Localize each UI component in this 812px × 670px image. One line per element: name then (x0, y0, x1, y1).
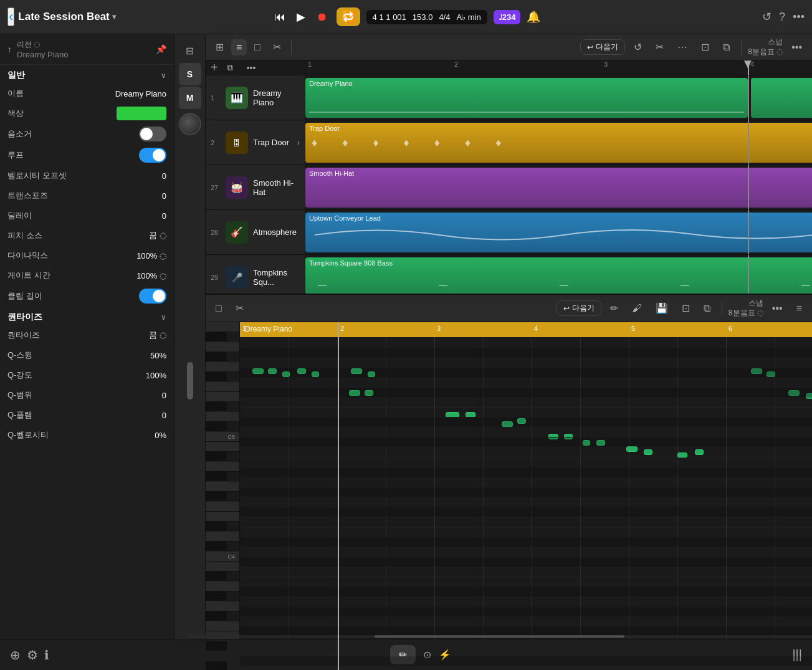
pr-auto-button[interactable]: ↩ 다음기 (556, 300, 601, 316)
piano-key-Eb5[interactable] (206, 402, 227, 412)
undo-button[interactable]: ↺ (762, 10, 771, 24)
back-button[interactable]: ‹ (7, 7, 14, 26)
project-chevron[interactable]: ▾ (112, 12, 116, 21)
piano-key-D4[interactable] (206, 532, 239, 542)
track-arrow-trap-door[interactable]: › (297, 138, 300, 147)
param-velocity-offset-value[interactable]: 0 (162, 171, 166, 181)
piano-key-F5[interactable] (206, 382, 239, 392)
piano-key-Bb3[interactable] (206, 572, 227, 581)
piano-key-D5[interactable] (206, 412, 239, 422)
param-q-strength-value[interactable]: 100% (146, 371, 166, 380)
clip-dreamy-piano-2[interactable] (751, 78, 812, 118)
pr-more-button[interactable]: ••• (767, 300, 788, 317)
piano-key-Ab3[interactable] (206, 591, 227, 601)
clip-tompkins[interactable]: Tompkins Square 808 Bass — — — — — — (305, 257, 812, 294)
piano-key-Ab5[interactable] (206, 352, 227, 362)
track-info-atmosphere[interactable]: 28 🎸 Atmosphere (206, 210, 305, 254)
pr-note-value[interactable]: 8분음표 ◌ (728, 309, 763, 318)
color-swatch[interactable] (117, 107, 166, 120)
box-view-button[interactable]: □ (249, 39, 265, 55)
piano-key-G3[interactable] (206, 601, 239, 611)
param-dynamics-value[interactable]: 100% ◌ (136, 251, 166, 261)
loop-button[interactable]: 🔁 (337, 7, 360, 26)
piano-key-Gb3[interactable] (206, 611, 227, 621)
scroll-thumb[interactable] (187, 362, 193, 400)
pin-icon[interactable]: 📌 (156, 44, 166, 54)
pr-note[interactable] (695, 449, 704, 455)
piano-key-C4[interactable]: C4 (206, 552, 239, 562)
param-name-value[interactable]: Dreamy Piano (115, 89, 166, 98)
grid-view-button[interactable]: ⊞ (211, 39, 229, 55)
pr-save-button[interactable]: 💾 (651, 300, 673, 317)
pr-warp-button[interactable]: ⊡ (677, 300, 695, 317)
param-transpose-value[interactable]: 0 (162, 191, 166, 201)
add-track-button[interactable]: + (211, 60, 218, 75)
track-more-button[interactable]: ••• (242, 60, 261, 75)
note-value[interactable]: 8분음표 ◌ (748, 47, 783, 57)
volume-knob[interactable] (179, 113, 201, 135)
mute-button[interactable]: M (179, 87, 201, 109)
piano-key-Db3[interactable] (206, 661, 227, 670)
track-info-tompkins[interactable]: 29 🎤 Tompkins Squ... (206, 255, 305, 294)
metronome-button[interactable]: 🔔 (527, 10, 540, 24)
pr-note[interactable] (626, 446, 638, 452)
piano-key-Gb5[interactable] (206, 372, 227, 382)
trim-icon-btn[interactable]: ⋯ (672, 39, 692, 55)
piano-key-Eb3[interactable] (206, 641, 227, 651)
pr-note[interactable] (644, 449, 652, 455)
loop-icon-btn[interactable]: ↺ (629, 39, 647, 55)
clip-atmosphere[interactable]: Uptown Conveyor Lead (305, 213, 812, 252)
record-button[interactable]: ⏺ (314, 8, 330, 26)
warp-icon-btn[interactable]: ⊡ (696, 39, 714, 55)
mute-toggle[interactable] (139, 127, 166, 141)
track-info-dreamy-piano[interactable]: 1 🎹 Dreamy Piano (206, 75, 305, 120)
skip-back-button[interactable]: ⏮ (272, 8, 288, 26)
piano-key-B4[interactable] (206, 442, 239, 452)
piano-key-E5[interactable] (206, 392, 239, 402)
pr-scissor-button[interactable]: ✂ (231, 300, 249, 317)
piano-key-Bb4[interactable] (206, 452, 227, 462)
param-q-range-value[interactable]: 0 (162, 391, 166, 400)
piano-key-B5[interactable] (206, 322, 239, 332)
play-button[interactable]: ▶ (294, 7, 308, 26)
clip-dreamy-piano-1[interactable]: Dreamy Piano (305, 78, 748, 118)
pr-list-button[interactable]: ≡ (791, 300, 807, 317)
track-info-trap-door[interactable]: 2 🎛 Trap Door › (206, 120, 305, 165)
piano-key-A5[interactable] (206, 342, 239, 352)
more-button[interactable]: ••• (793, 11, 805, 24)
quantize-section-header[interactable]: 퀀타이즈 ∨ (0, 307, 174, 325)
cut-icon-btn[interactable]: ✂ (651, 39, 669, 55)
param-delay-value[interactable]: 0 (162, 211, 166, 221)
copy-track-button[interactable]: ⧉ (222, 60, 238, 75)
track-info-smooth-hihat[interactable]: 27 🥁 Smooth Hi-Hat (206, 165, 305, 209)
copy-icon-btn[interactable]: ⧉ (718, 39, 735, 55)
clip-smooth-hihat[interactable]: Smooth Hi-Hat (305, 168, 812, 208)
piano-key-Bb5[interactable] (206, 332, 227, 342)
piano-key-Eb4[interactable] (206, 522, 227, 532)
clip-length-toggle[interactable] (139, 289, 166, 304)
param-q-velocity-value[interactable]: 0% (155, 431, 166, 440)
piano-key-G4[interactable] (206, 482, 239, 492)
piano-key-G5[interactable] (206, 362, 239, 372)
piano-key-B3[interactable] (206, 562, 239, 572)
piano-key-A3[interactable] (206, 581, 239, 591)
piano-key-Db5[interactable] (206, 422, 227, 432)
mixer-icon-btn[interactable]: ⊟ (179, 39, 201, 62)
bottom-info-button[interactable]: ℹ (44, 648, 49, 663)
piano-key-A4[interactable] (206, 462, 239, 472)
param-pitch-source-value[interactable]: 꿈 ◌ (149, 230, 166, 241)
list-view-button[interactable]: ≡ (231, 39, 247, 55)
solo-button[interactable]: S (179, 63, 201, 85)
piano-key-F3[interactable] (206, 621, 239, 631)
piano-key-F4[interactable] (206, 502, 239, 512)
param-gate-time-value[interactable]: 100% ◌ (136, 271, 166, 280)
pr-brush-button[interactable]: 🖌 (627, 300, 647, 317)
piano-key-E4[interactable] (206, 512, 239, 522)
piano-key-Gb4[interactable] (206, 492, 227, 502)
param-quantize-value[interactable]: 꿈 ◌ (149, 330, 166, 341)
auto-button[interactable]: ↩ 다음기 (580, 39, 625, 55)
loop-toggle[interactable] (139, 148, 166, 163)
param-q-flam-value[interactable]: 0 (162, 411, 166, 420)
more-options-button[interactable]: ••• (786, 39, 807, 55)
general-section-header[interactable]: 일반 ∨ (0, 65, 174, 84)
